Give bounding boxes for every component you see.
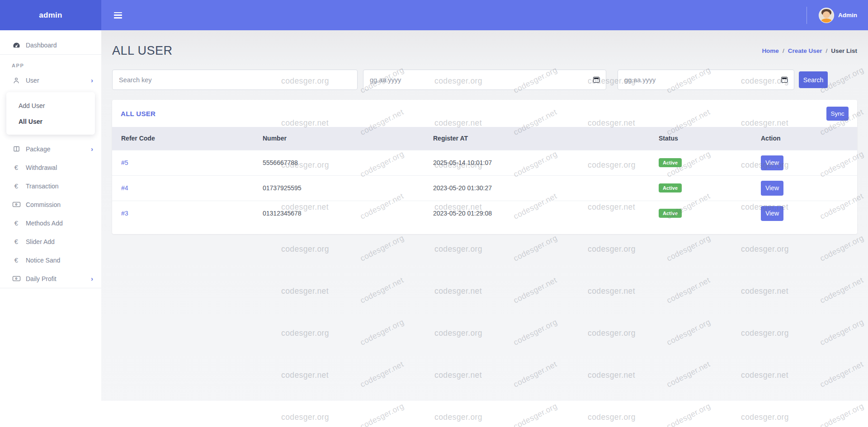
date-to-input[interactable]: [624, 76, 777, 84]
calendar-icon[interactable]: [593, 77, 599, 83]
cell-refer-code: #3: [112, 201, 254, 226]
watermark-text: codesger.org: [741, 244, 789, 254]
cell-register-at: 2023-05-20 01:29:08: [424, 201, 650, 226]
status-badge: Active: [659, 158, 682, 167]
cell-number: 01737925595: [254, 175, 424, 201]
column-header-status: Status: [650, 127, 752, 150]
watermark-text-rotated: codesger.org: [818, 233, 865, 263]
status-badge: Active: [659, 209, 682, 218]
watermark-text-rotated: codesger.org: [665, 233, 712, 263]
sidebar-item-label: Slider Add: [26, 238, 93, 245]
refer-code-link[interactable]: #4: [121, 184, 128, 192]
watermark-text: codesger.net: [741, 286, 788, 296]
submenu-item-add-user[interactable]: Add User: [6, 98, 95, 113]
card-header: ALL USER Sync: [112, 100, 857, 127]
sidebar-item-commission[interactable]: 0Commission: [0, 195, 101, 214]
date-to-wrap: [618, 70, 794, 90]
hamburger-bar: [114, 14, 122, 16]
sidebar-item-daily-profit[interactable]: 0Daily Profit›: [0, 269, 101, 288]
card-title: ALL USER: [121, 110, 156, 117]
sync-button[interactable]: Sync: [826, 107, 849, 121]
search-field-wrap: [112, 70, 358, 90]
cell-register-at: 2023-05-20 01:30:27: [424, 175, 650, 201]
sidebar-item-label: Commission: [26, 201, 93, 208]
breadcrumb-separator: /: [826, 47, 827, 54]
watermark-text: codesger.net: [588, 286, 635, 296]
sidebar-item-package[interactable]: Package›: [0, 140, 101, 158]
money-bill-icon: 0: [12, 276, 21, 281]
column-header-number: Number: [254, 127, 424, 150]
chevron-right-icon: ›: [91, 145, 93, 152]
table-row: #555566677882025-05-14 10:01:07ActiveVie…: [112, 150, 857, 175]
watermark-text-rotated: codesger.net: [818, 275, 865, 305]
view-button[interactable]: View: [761, 206, 783, 221]
watermark-text: codesger.org: [588, 328, 636, 338]
date-from-input[interactable]: [370, 76, 589, 84]
sidebar-submenu: Add UserAll User: [6, 92, 95, 135]
page-title: ALL USER: [112, 44, 173, 58]
sidebar-item-notice-sand[interactable]: €Notice Sand: [0, 251, 101, 269]
cell-action: View: [752, 150, 857, 175]
chevron-right-icon: ›: [91, 275, 93, 282]
cell-action: View: [752, 175, 857, 201]
watermark-text: codesger.net: [434, 286, 482, 296]
cell-status: Active: [650, 201, 752, 226]
cell-status: Active: [650, 175, 752, 201]
topbar-user-area: Admin: [807, 0, 857, 30]
sidebar-item-transaction[interactable]: €Transaction: [0, 177, 101, 195]
watermark-text: codesger.net: [281, 286, 329, 296]
watermark-text: codesger.org: [434, 328, 482, 338]
breadcrumb-link-home[interactable]: Home: [762, 47, 779, 54]
table-row: #3013123456782023-05-20 01:29:08ActiveVi…: [112, 201, 857, 226]
euro-icon: €: [12, 238, 21, 245]
search-button[interactable]: Search: [799, 71, 828, 88]
page-header: ALL USER Home/Create User/User List: [101, 30, 868, 58]
column-header-register-at: Register AT: [424, 127, 650, 150]
watermark-text-rotated: codesger.org: [665, 317, 712, 347]
watermark-text-rotated: codesger.net: [359, 359, 405, 389]
cell-number: 5556667788: [254, 150, 424, 175]
sidebar-item-slider-add[interactable]: €Slider Add: [0, 232, 101, 251]
columns-icon: [12, 145, 21, 152]
refer-code-link[interactable]: #3: [121, 210, 128, 217]
avatar[interactable]: [819, 8, 834, 23]
view-button[interactable]: View: [761, 181, 783, 196]
refer-code-link[interactable]: #5: [121, 159, 128, 166]
sidebar-item-methods-add[interactable]: €Methods Add: [0, 214, 101, 232]
brand-logo[interactable]: admin: [0, 0, 101, 30]
watermark-text: codesger.org: [281, 244, 329, 254]
watermark-text: codesger.org: [588, 244, 636, 254]
sidebar-item-label: Dashboard: [26, 42, 93, 49]
sidebar-item-user[interactable]: User›: [0, 71, 101, 89]
cell-action: View: [752, 201, 857, 226]
user-name-label[interactable]: Admin: [838, 12, 857, 19]
watermark-text-rotated: codesger.org: [512, 317, 559, 347]
watermark-text-rotated: codesger.net: [818, 359, 865, 389]
avatar-face: [823, 11, 830, 18]
date-from-wrap: [363, 70, 606, 90]
top-bar: admin Admin: [0, 0, 868, 30]
sidebar-item-withdrawal[interactable]: €Withdrawal: [0, 158, 101, 177]
filter-bar: Search: [112, 70, 857, 90]
search-input[interactable]: [119, 76, 351, 84]
watermark-text-rotated: codesger.org: [818, 317, 865, 347]
euro-icon: €: [12, 164, 21, 171]
euro-icon: €: [12, 182, 21, 190]
card-bottom-padding: [112, 226, 857, 234]
sidebar-item-dashboard[interactable]: Dashboard: [0, 36, 101, 54]
cell-refer-code: #4: [112, 175, 254, 201]
sidebar-item-label: Methods Add: [26, 220, 93, 227]
submenu-item-all-user[interactable]: All User: [6, 113, 95, 129]
menu-toggle-icon[interactable]: [114, 12, 122, 19]
breadcrumb-link-create-user[interactable]: Create User: [788, 47, 822, 54]
view-button[interactable]: View: [761, 155, 783, 170]
breadcrumb-current: User List: [831, 47, 857, 54]
watermark-text: codesger.net: [741, 371, 788, 380]
watermark-text-rotated: codesger.net: [512, 359, 558, 389]
watermark-text: codesger.net: [281, 371, 329, 380]
calendar-icon[interactable]: [781, 77, 788, 83]
sidebar-item-label: Withdrawal: [26, 164, 93, 171]
watermark-text-rotated: codesger.net: [665, 359, 712, 389]
cell-register-at: 2025-05-14 10:01:07: [424, 150, 650, 175]
watermark-text-rotated: codesger.net: [512, 275, 558, 305]
